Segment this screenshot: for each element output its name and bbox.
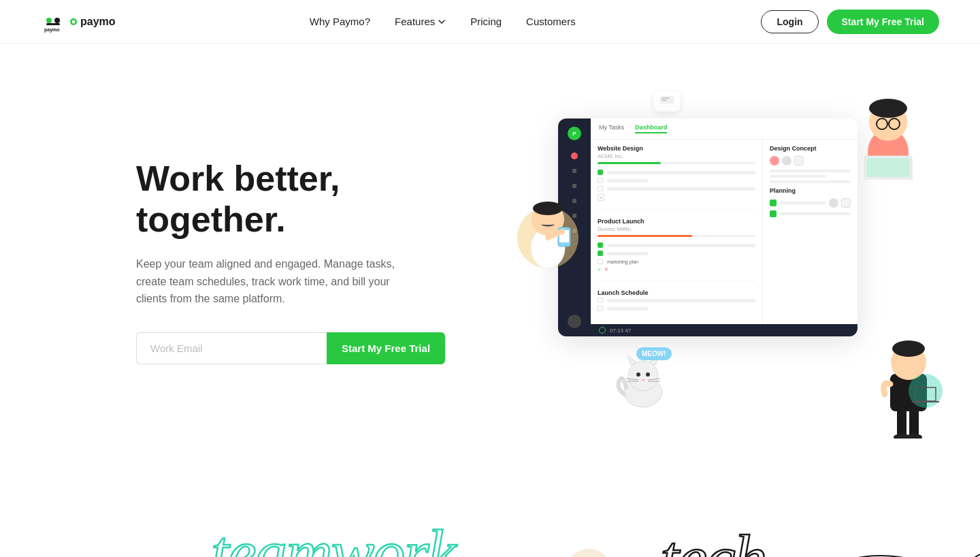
avatar-sidebar [568,315,581,328]
svg-rect-3 [46,23,60,25]
svg-text:teamwork: teamwork [211,517,458,557]
logo[interactable]: paymo paymo [41,10,124,34]
app-main-content: My Tasks Dashboard Website Design ACME I… [591,118,858,336]
svg-point-33 [892,340,925,357]
hero-content: Work better, together. Keep your team al… [136,159,445,364]
hero-section: Work better, together. Keep your team al… [0,44,980,466]
svg-text:paymo: paymo [80,16,116,27]
navbar: paymo paymo Why Paymo? Features Pricing … [0,0,980,44]
task-detail-panel: Design Concept □ Pla [762,140,858,336]
svg-rect-10 [662,99,667,101]
character-standing [871,316,946,439]
svg-point-34 [909,374,943,408]
chat-bubble [653,91,681,112]
tab-dashboard: Dashboard [635,124,667,133]
character-laptop [844,78,932,180]
avatar-2 [782,156,791,165]
nav-pricing[interactable]: Pricing [470,16,502,27]
nav-features[interactable]: Features [395,16,446,27]
start-trial-button-nav[interactable]: Start My Free Trial [827,10,939,34]
svg-rect-19 [866,158,910,177]
login-button[interactable]: Login [761,10,818,33]
svg-point-40 [636,372,640,377]
project-website-design: Website Design ACME Inc. [598,145,755,205]
character-phone [510,173,585,275]
email-input[interactable] [136,332,327,364]
svg-point-24 [533,202,563,215]
start-trial-button-hero[interactable]: Start My Free Trial [327,332,445,364]
svg-point-48 [567,549,610,557]
paymo-logo-icon: paymo [41,10,65,34]
app-window: P My Tasks Dashboard [558,118,858,336]
nav-why-paymo[interactable]: Why Paymo? [310,16,370,27]
svg-point-41 [646,372,650,377]
avatar-1 [770,156,779,165]
hero-illustration: P My Tasks Dashboard [517,84,939,439]
chevron-down-icon [438,18,446,26]
svg-point-1 [46,18,52,23]
teamwork-illustration: teamwork tech [0,473,980,557]
task-list-panel: Website Design ACME Inc. [591,140,762,336]
svg-point-30 [906,434,922,439]
timer-bar: 07:13 47 [591,324,858,336]
project-launch-schedule: Launch Schedule [598,285,755,318]
svg-marker-11 [662,104,665,106]
nav-customers[interactable]: Customers [526,16,576,27]
timer-icon [599,327,606,334]
project-product-launch: Product Launch Dundor Mifflin [598,214,755,276]
svg-rect-9 [662,97,670,99]
svg-point-2 [54,18,60,23]
timer-display: 07:13 47 [610,328,631,334]
nav-links: Why Paymo? Features Pricing Customers [310,16,576,27]
meow-bubble: MEOW! [636,347,672,360]
svg-text:tech: tech [660,521,766,557]
sidebar-dot-red [571,153,578,159]
hero-subtitle: Keep your team aligned and engaged. Mana… [136,255,408,308]
hero-form: Start My Free Trial [136,332,445,364]
svg-point-14 [869,99,907,118]
svg-text:paymo: paymo [44,27,60,33]
app-tabs: My Tasks Dashboard [591,118,858,140]
nav-cta: Login Start My Free Trial [761,10,939,34]
svg-point-6 [72,20,76,23]
teamwork-section: teamwork tech [0,466,980,557]
svg-point-37 [628,361,658,391]
paymo-wordmark: paymo [69,12,124,31]
hero-title: Work better, together. [136,159,445,240]
tab-my-tasks: My Tasks [599,124,624,133]
